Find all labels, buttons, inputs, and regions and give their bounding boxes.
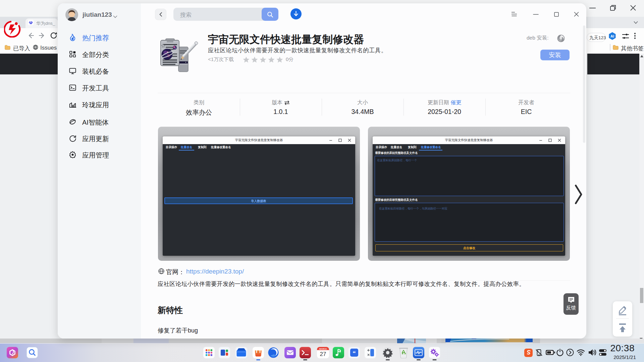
svg-text:AI: AI	[610, 34, 614, 38]
svg-text:MARCH: MARCH	[319, 348, 327, 350]
svg-text:“: “	[353, 350, 356, 357]
svg-text:27: 27	[320, 351, 326, 357]
svg-text:du: du	[30, 22, 32, 24]
